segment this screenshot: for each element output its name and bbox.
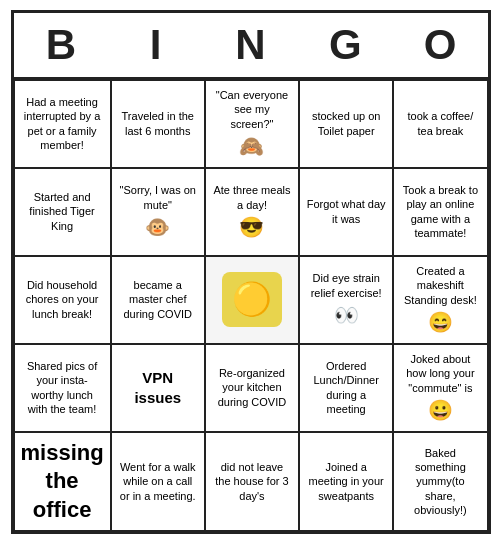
cell-r4c0: missing the office xyxy=(14,432,111,532)
cell-text-r1c2: Ate three meals a day! xyxy=(212,183,292,212)
cell-emoji-r2c3: 👀 xyxy=(334,302,359,328)
cell-r4c1: Went for a walk while on a call or in a … xyxy=(111,432,205,532)
cell-r3c1: VPN issues xyxy=(111,344,205,432)
bingo-header: BINGO xyxy=(14,13,488,80)
cell-r0c3: stocked up on Toilet paper xyxy=(299,80,393,168)
cell-text-r0c4: took a coffee/ tea break xyxy=(400,109,480,138)
cell-r0c2: "Can everyone see my screen?"🙈 xyxy=(205,80,299,168)
cell-text-r0c2: "Can everyone see my screen?" xyxy=(212,88,292,131)
cell-r4c3: Joined a meeting in your sweatpants xyxy=(299,432,393,532)
cell-text-r2c3: Did eye strain relief exercise! xyxy=(306,271,386,300)
cell-text-r4c2: did not leave the house for 3 day's xyxy=(212,460,292,503)
cell-r3c3: Ordered Lunch/Dinner during a meeting xyxy=(299,344,393,432)
bingo-letter-O: O xyxy=(400,21,480,69)
cell-text-r0c1: Traveled in the last 6 months xyxy=(118,109,198,138)
cell-r4c2: did not leave the house for 3 day's xyxy=(205,432,299,532)
cell-text-r4c4: Baked something yummy(to share, obviousl… xyxy=(400,446,480,517)
cell-emoji-r1c1: 🐵 xyxy=(145,214,170,240)
bingo-letter-I: I xyxy=(116,21,196,69)
cell-emoji-r3c4: 😀 xyxy=(428,397,453,423)
cell-r0c0: Had a meeting interrupted by a pet or a … xyxy=(14,80,111,168)
cell-text-r4c0: missing the office xyxy=(21,439,104,525)
cell-text-r1c1: "Sorry, I was on mute" xyxy=(118,183,198,212)
cell-r2c0: Did household chores on your lunch break… xyxy=(14,256,111,344)
cell-text-r2c1: became a master chef during COVID xyxy=(118,278,198,321)
cell-r1c1: "Sorry, I was on mute"🐵 xyxy=(111,168,205,256)
cell-r3c4: Joked about how long your "commute" is😀 xyxy=(393,344,487,432)
cell-r1c0: Started and finished Tiger King xyxy=(14,168,111,256)
cell-r2c3: Did eye strain relief exercise!👀 xyxy=(299,256,393,344)
cell-r4c4: Baked something yummy(to share, obviousl… xyxy=(393,432,487,532)
cell-r3c2: Re-organized your kitchen during COVID xyxy=(205,344,299,432)
cell-text-r4c1: Went for a walk while on a call or in a … xyxy=(118,460,198,503)
bingo-letter-N: N xyxy=(210,21,290,69)
cell-r1c4: Took a break to play an online game with… xyxy=(393,168,487,256)
cell-text-r3c2: Re-organized your kitchen during COVID xyxy=(212,366,292,409)
bingo-letter-B: B xyxy=(21,21,101,69)
cell-text-r0c3: stocked up on Toilet paper xyxy=(306,109,386,138)
cell-text-r1c4: Took a break to play an online game with… xyxy=(400,183,480,240)
cell-text-r3c3: Ordered Lunch/Dinner during a meeting xyxy=(306,359,386,416)
cell-r2c2: 🟡 xyxy=(205,256,299,344)
free-space-image: 🟡 xyxy=(222,272,282,327)
cell-emoji-r1c2: 😎 xyxy=(239,214,264,240)
cell-text-r2c0: Did household chores on your lunch break… xyxy=(21,278,104,321)
cell-r1c2: Ate three meals a day!😎 xyxy=(205,168,299,256)
cell-r1c3: Forgot what day it was xyxy=(299,168,393,256)
bingo-card: BINGO Had a meeting interrupted by a pet… xyxy=(11,10,491,535)
cell-text-r3c1: VPN issues xyxy=(118,368,198,407)
cell-text-r1c0: Started and finished Tiger King xyxy=(21,190,104,233)
cell-r2c1: became a master chef during COVID xyxy=(111,256,205,344)
cell-r0c4: took a coffee/ tea break xyxy=(393,80,487,168)
cell-emoji-r0c2: 🙈 xyxy=(239,133,264,159)
cell-text-r0c0: Had a meeting interrupted by a pet or a … xyxy=(21,95,104,152)
cell-text-r3c4: Joked about how long your "commute" is xyxy=(400,352,480,395)
cell-text-r1c3: Forgot what day it was xyxy=(306,197,386,226)
cell-text-r2c4: Created a makeshift Standing desk! xyxy=(400,264,480,307)
cell-text-r4c3: Joined a meeting in your sweatpants xyxy=(306,460,386,503)
cell-r2c4: Created a makeshift Standing desk!😄 xyxy=(393,256,487,344)
cell-r0c1: Traveled in the last 6 months xyxy=(111,80,205,168)
cell-text-r3c0: Shared pics of your insta-worthy lunch w… xyxy=(21,359,104,416)
bingo-letter-G: G xyxy=(305,21,385,69)
cell-emoji-r2c4: 😄 xyxy=(428,309,453,335)
cell-r3c0: Shared pics of your insta-worthy lunch w… xyxy=(14,344,111,432)
bingo-grid: Had a meeting interrupted by a pet or a … xyxy=(14,80,488,532)
